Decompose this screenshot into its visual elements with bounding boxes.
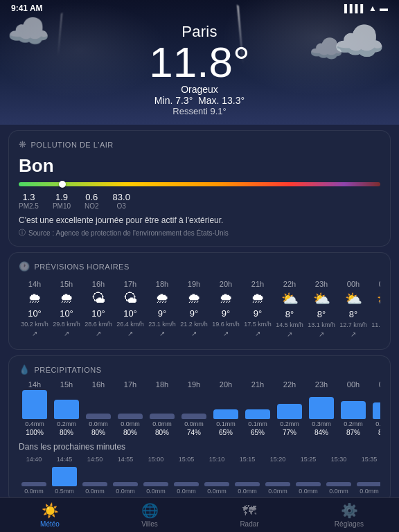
meteo-icon: ☀️	[42, 502, 59, 519]
precip-minute-item: 15:05 0.0mm	[171, 456, 202, 495]
tab-meteo[interactable]: ☀️ Météo	[0, 502, 100, 528]
precip-row: 14h 0.4mm 100% 15h 0.2mm 80% 16h 0.0mm 8…	[19, 380, 380, 436]
tab-bar: ☀️ Météo 🌐 Villes 🗺 Radar ⚙️ Réglages	[0, 497, 399, 532]
radar-icon: 🗺	[242, 503, 256, 519]
precip-item: 21h 0.1mm 65%	[242, 380, 274, 436]
hourly-header: 🕐 PRÉVISIONS HORAIRES	[19, 261, 380, 272]
hourly-scroll[interactable]: 14h 🌧 10° 30.2 km/h ↗ 15h 🌧 10° 29.8 km/…	[19, 277, 380, 341]
hourly-item: 22h ⛅ 8° 14.5 km/h ↗	[274, 277, 305, 341]
clock-icon: 🕐	[19, 261, 30, 272]
precip-item: 19h 0.0mm 74%	[178, 380, 210, 436]
hourly-item: 21h 🌧 9° 17.5 km/h ↗	[242, 277, 274, 341]
hourly-item: 23h ⛅ 8° 13.1 km/h ↗	[305, 277, 337, 341]
status-icons: ▌▌▌▌ ▲ ▬	[344, 3, 388, 13]
precip-minute-item: 14:45 0.5mm	[49, 456, 80, 495]
tab-reglages[interactable]: ⚙️ Réglages	[299, 502, 399, 528]
reglages-label: Réglages	[335, 520, 364, 528]
hourly-row: 14h 🌧 10° 30.2 km/h ↗ 15h 🌧 10° 29.8 km/…	[19, 277, 380, 341]
villes-icon: 🌐	[141, 502, 159, 519]
precipitation-card[interactable]: 💧 PRÉCIPITATIONS 14h 0.4mm 100% 15h 0.2m…	[8, 355, 391, 497]
aqi-source: ⓘ Source : Agence de protection de l'env…	[19, 228, 380, 238]
precip-item: 22h 0.2mm 77%	[274, 380, 305, 436]
villes-label: Villes	[141, 520, 158, 528]
precipitation-header: 💧 PRÉCIPITATIONS	[19, 364, 380, 375]
hourly-item: 20h 🌧 9° 19.6 km/h ↗	[210, 277, 242, 341]
precip-minutes-row: 14:40 0.0mm 14:45 0.5mm 14:50 0.0mm 14:5…	[19, 456, 380, 495]
precip-item: 17h 0.0mm 80%	[114, 380, 146, 436]
precip-scroll[interactable]: 14h 0.4mm 100% 15h 0.2mm 80% 16h 0.0mm 8…	[19, 380, 380, 436]
precip-minute-item: 15:10 0.0mm	[202, 456, 232, 495]
battery-icon: ▬	[380, 3, 388, 13]
precip-item: 16h 0.0mm 80%	[82, 380, 114, 436]
tab-radar[interactable]: 🗺 Radar	[200, 503, 299, 528]
hourly-item: 15h 🌧 10° 29.8 km/h ↗	[51, 277, 82, 341]
precip-minute-item: 15:25 0.0mm	[293, 456, 323, 495]
aqi-status: Bon	[19, 155, 380, 177]
tab-villes[interactable]: 🌐 Villes	[100, 502, 200, 528]
reglages-icon: ⚙️	[341, 502, 358, 519]
precip-minute-item: 14:55 0.0mm	[110, 456, 141, 495]
hourly-item: 18h 🌧 9° 23.1 km/h ↗	[146, 277, 178, 341]
aqi-bar	[19, 182, 380, 186]
precip-item: 01h 0.2mm 83%	[369, 380, 380, 436]
aqi-indicator	[59, 181, 66, 188]
hourly-item: 19h 🌧 9° 21.2 km/h ↗	[178, 277, 210, 341]
aqi-metrics: 1.3 PM2.5 1.9 PM10 0.6 NO2 83.0 O3	[19, 192, 380, 210]
precip-minute-item: 14:50 0.0mm	[80, 456, 110, 495]
raindrop-icon: 💧	[19, 364, 30, 375]
content-scroll[interactable]: ❋ POLLUTION DE L'AIR Bon 1.3 PM2.5 1.9 P…	[0, 125, 399, 497]
precip-minute-item: 15:20 0.0mm	[263, 456, 293, 495]
aqi-description: C'est une excellente journée pour être a…	[19, 215, 380, 225]
weather-hero: ☁️ ☁️ ☁️ Paris 11.8° Orageux Min. 7.3° M…	[0, 0, 399, 125]
status-bar: 9:41 AM ▌▌▌▌ ▲ ▬	[0, 0, 399, 17]
weather-description: Orageux	[181, 84, 218, 95]
precip-minute-item: 15:30 0.0mm	[323, 456, 354, 495]
air-quality-card: ❋ POLLUTION DE L'AIR Bon 1.3 PM2.5 1.9 P…	[8, 130, 391, 247]
radar-label: Radar	[240, 520, 258, 528]
hourly-item: 17h 🌤 10° 26.4 km/h ↗	[114, 277, 146, 341]
air-quality-icon: ❋	[19, 139, 27, 150]
next-minutes-label: Dans les prochaines minutes	[19, 442, 380, 452]
precip-minute-item: 15:35 0.0mm	[354, 456, 380, 495]
precip-minute-item: 15:00 0.0mm	[141, 456, 171, 495]
air-quality-header: ❋ POLLUTION DE L'AIR	[19, 139, 380, 150]
hourly-item: 16h 🌤 10° 28.6 km/h ↗	[82, 277, 114, 341]
temp-range: Min. 7.3° Max. 13.3°	[154, 95, 245, 106]
precip-item: 20h 0.1mm 65%	[210, 380, 242, 436]
precip-item: 23h 0.3mm 84%	[305, 380, 337, 436]
hourly-item: 00h ⛅ 8° 12.7 km/h ↗	[337, 277, 369, 341]
precip-item: 15h 0.2mm 80%	[51, 380, 82, 436]
hourly-item: 01h ⛅ 8° 11.7 km/h ↗	[369, 277, 380, 341]
wifi-icon: ▲	[369, 3, 377, 13]
hourly-item: 14h 🌧 10° 30.2 km/h ↗	[19, 277, 51, 341]
aqi-no2: 0.6 NO2	[85, 192, 99, 210]
aqi-o3: 83.0 O3	[113, 192, 130, 210]
precip-item: 18h 0.0mm 80%	[146, 380, 178, 436]
precip-item: 14h 0.4mm 100%	[19, 380, 51, 436]
precip-item: 00h 0.2mm 87%	[337, 380, 369, 436]
meteo-label: Météo	[40, 520, 60, 528]
precip-minutes-scroll[interactable]: 14:40 0.0mm 14:45 0.5mm 14:50 0.0mm 14:5…	[19, 456, 380, 495]
precip-minute-item: 14:40 0.0mm	[19, 456, 49, 495]
main-temperature: 11.8°	[149, 41, 249, 84]
feels-like: Ressenti 9.1°	[172, 106, 226, 116]
signal-icon: ▌▌▌▌	[344, 4, 366, 12]
aqi-pm25: 1.3 PM2.5	[19, 192, 39, 210]
precip-minute-item: 15:15 0.0mm	[232, 456, 263, 495]
aqi-pm10: 1.9 PM10	[53, 192, 71, 210]
hourly-forecast-card[interactable]: 🕐 PRÉVISIONS HORAIRES 14h 🌧 10° 30.2 km/…	[8, 252, 391, 350]
status-time: 9:41 AM	[11, 3, 43, 13]
